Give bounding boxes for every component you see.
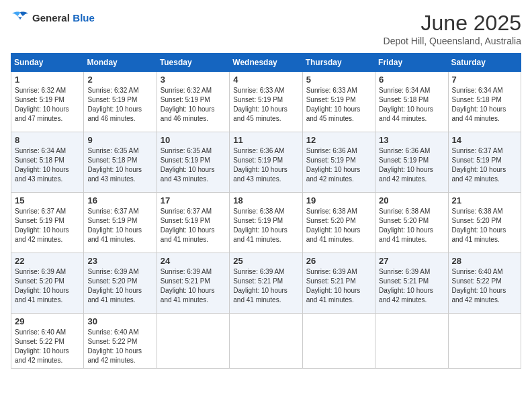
day-info: Sunrise: 6:34 AM Sunset: 5:18 PM Dayligh…	[452, 86, 517, 124]
calendar-cell: 1 Sunrise: 6:32 AM Sunset: 5:19 PM Dayli…	[11, 72, 84, 132]
calendar-cell: 13 Sunrise: 6:36 AM Sunset: 5:19 PM Dayl…	[375, 132, 448, 193]
calendar-cell: 23 Sunrise: 6:39 AM Sunset: 5:20 PM Dayl…	[84, 253, 157, 314]
day-info: Sunrise: 6:33 AM Sunset: 5:19 PM Dayligh…	[306, 86, 371, 124]
day-number: 29	[15, 316, 80, 326]
day-number: 17	[161, 195, 226, 205]
calendar-cell	[448, 314, 521, 369]
day-info: Sunrise: 6:35 AM Sunset: 5:18 PM Dayligh…	[87, 146, 152, 184]
day-number: 23	[87, 256, 152, 266]
day-info: Sunrise: 6:32 AM Sunset: 5:19 PM Dayligh…	[161, 86, 226, 124]
day-number: 27	[379, 256, 444, 266]
calendar-week-row: 29 Sunrise: 6:40 AM Sunset: 5:22 PM Dayl…	[11, 314, 521, 369]
calendar-cell: 29 Sunrise: 6:40 AM Sunset: 5:22 PM Dayl…	[11, 314, 84, 369]
day-number: 12	[306, 135, 371, 145]
calendar-cell: 17 Sunrise: 6:37 AM Sunset: 5:19 PM Dayl…	[157, 193, 229, 253]
day-number: 2	[87, 75, 152, 85]
day-info: Sunrise: 6:38 AM Sunset: 5:20 PM Dayligh…	[379, 207, 444, 244]
day-number: 3	[161, 75, 226, 85]
day-number: 1	[15, 75, 80, 85]
day-number: 9	[87, 135, 152, 145]
calendar-header-tuesday: Tuesday	[157, 54, 229, 72]
day-number: 14	[452, 135, 517, 145]
day-number: 8	[15, 135, 80, 145]
calendar-week-row: 22 Sunrise: 6:39 AM Sunset: 5:20 PM Dayl…	[11, 253, 521, 314]
calendar-header-row: SundayMondayTuesdayWednesdayThursdayFrid…	[11, 54, 521, 72]
header: General Blue June 2025 Depot Hill, Queen…	[11, 11, 521, 46]
day-info: Sunrise: 6:40 AM Sunset: 5:22 PM Dayligh…	[452, 267, 517, 305]
calendar-cell: 11 Sunrise: 6:36 AM Sunset: 5:19 PM Dayl…	[230, 132, 302, 193]
day-info: Sunrise: 6:38 AM Sunset: 5:20 PM Dayligh…	[306, 207, 371, 244]
day-info: Sunrise: 6:37 AM Sunset: 5:19 PM Dayligh…	[87, 207, 152, 244]
day-info: Sunrise: 6:32 AM Sunset: 5:19 PM Dayligh…	[87, 86, 152, 124]
day-number: 25	[233, 256, 298, 266]
calendar-cell: 28 Sunrise: 6:40 AM Sunset: 5:22 PM Dayl…	[448, 253, 521, 314]
day-info: Sunrise: 6:33 AM Sunset: 5:19 PM Dayligh…	[233, 86, 298, 124]
calendar-cell: 12 Sunrise: 6:36 AM Sunset: 5:19 PM Dayl…	[302, 132, 375, 193]
calendar-cell: 26 Sunrise: 6:39 AM Sunset: 5:21 PM Dayl…	[302, 253, 375, 314]
calendar-cell	[230, 314, 302, 369]
calendar-cell: 15 Sunrise: 6:37 AM Sunset: 5:19 PM Dayl…	[11, 193, 84, 253]
day-number: 7	[452, 75, 517, 85]
month-title: June 2025	[384, 11, 521, 36]
day-info: Sunrise: 6:38 AM Sunset: 5:20 PM Dayligh…	[452, 207, 517, 244]
day-number: 21	[452, 195, 517, 205]
day-number: 24	[161, 256, 226, 266]
day-number: 15	[15, 195, 80, 205]
calendar-cell: 18 Sunrise: 6:38 AM Sunset: 5:19 PM Dayl…	[230, 193, 302, 253]
calendar-cell: 9 Sunrise: 6:35 AM Sunset: 5:18 PM Dayli…	[84, 132, 157, 193]
logo-icon	[11, 11, 30, 26]
logo-text: General Blue	[32, 12, 95, 24]
day-number: 10	[161, 135, 226, 145]
calendar-week-row: 1 Sunrise: 6:32 AM Sunset: 5:19 PM Dayli…	[11, 72, 521, 132]
day-info: Sunrise: 6:39 AM Sunset: 5:21 PM Dayligh…	[306, 267, 371, 305]
calendar-header-saturday: Saturday	[448, 54, 521, 72]
day-number: 19	[306, 195, 371, 205]
calendar-cell: 2 Sunrise: 6:32 AM Sunset: 5:19 PM Dayli…	[84, 72, 157, 132]
calendar-cell	[157, 314, 229, 369]
day-number: 11	[233, 135, 298, 145]
day-info: Sunrise: 6:39 AM Sunset: 5:21 PM Dayligh…	[161, 267, 226, 305]
calendar-cell: 25 Sunrise: 6:39 AM Sunset: 5:21 PM Dayl…	[230, 253, 302, 314]
day-number: 20	[379, 195, 444, 205]
calendar-cell: 7 Sunrise: 6:34 AM Sunset: 5:18 PM Dayli…	[448, 72, 521, 132]
day-info: Sunrise: 6:39 AM Sunset: 5:20 PM Dayligh…	[15, 267, 80, 305]
calendar-cell: 27 Sunrise: 6:39 AM Sunset: 5:21 PM Dayl…	[375, 253, 448, 314]
day-number: 6	[379, 75, 444, 85]
day-info: Sunrise: 6:40 AM Sunset: 5:22 PM Dayligh…	[87, 328, 152, 365]
day-number: 30	[87, 316, 152, 326]
calendar-cell: 8 Sunrise: 6:34 AM Sunset: 5:18 PM Dayli…	[11, 132, 84, 193]
day-number: 4	[233, 75, 298, 85]
day-info: Sunrise: 6:37 AM Sunset: 5:19 PM Dayligh…	[452, 146, 517, 184]
calendar-cell: 21 Sunrise: 6:38 AM Sunset: 5:20 PM Dayl…	[448, 193, 521, 253]
calendar: SundayMondayTuesdayWednesdayThursdayFrid…	[11, 53, 521, 369]
day-info: Sunrise: 6:36 AM Sunset: 5:19 PM Dayligh…	[379, 146, 444, 184]
logo-general: General	[32, 12, 70, 24]
calendar-cell: 16 Sunrise: 6:37 AM Sunset: 5:19 PM Dayl…	[84, 193, 157, 253]
logo: General Blue	[11, 11, 95, 26]
calendar-header-monday: Monday	[84, 54, 157, 72]
calendar-cell: 3 Sunrise: 6:32 AM Sunset: 5:19 PM Dayli…	[157, 72, 229, 132]
subtitle: Depot Hill, Queensland, Australia	[384, 36, 521, 46]
day-info: Sunrise: 6:40 AM Sunset: 5:22 PM Dayligh…	[15, 328, 80, 365]
day-number: 26	[306, 256, 371, 266]
day-info: Sunrise: 6:39 AM Sunset: 5:21 PM Dayligh…	[233, 267, 298, 305]
calendar-header-friday: Friday	[375, 54, 448, 72]
calendar-week-row: 8 Sunrise: 6:34 AM Sunset: 5:18 PM Dayli…	[11, 132, 521, 193]
day-number: 22	[15, 256, 80, 266]
calendar-header-sunday: Sunday	[11, 54, 84, 72]
day-number: 5	[306, 75, 371, 85]
day-number: 16	[87, 195, 152, 205]
logo-blue: Blue	[73, 12, 95, 24]
calendar-cell: 10 Sunrise: 6:35 AM Sunset: 5:19 PM Dayl…	[157, 132, 229, 193]
day-number: 13	[379, 135, 444, 145]
day-number: 28	[452, 256, 517, 266]
calendar-cell: 24 Sunrise: 6:39 AM Sunset: 5:21 PM Dayl…	[157, 253, 229, 314]
calendar-header-thursday: Thursday	[302, 54, 375, 72]
day-info: Sunrise: 6:39 AM Sunset: 5:20 PM Dayligh…	[87, 267, 152, 305]
day-info: Sunrise: 6:36 AM Sunset: 5:19 PM Dayligh…	[306, 146, 371, 184]
calendar-cell: 5 Sunrise: 6:33 AM Sunset: 5:19 PM Dayli…	[302, 72, 375, 132]
calendar-cell: 30 Sunrise: 6:40 AM Sunset: 5:22 PM Dayl…	[84, 314, 157, 369]
day-number: 18	[233, 195, 298, 205]
day-info: Sunrise: 6:37 AM Sunset: 5:19 PM Dayligh…	[15, 207, 80, 244]
calendar-cell: 6 Sunrise: 6:34 AM Sunset: 5:18 PM Dayli…	[375, 72, 448, 132]
